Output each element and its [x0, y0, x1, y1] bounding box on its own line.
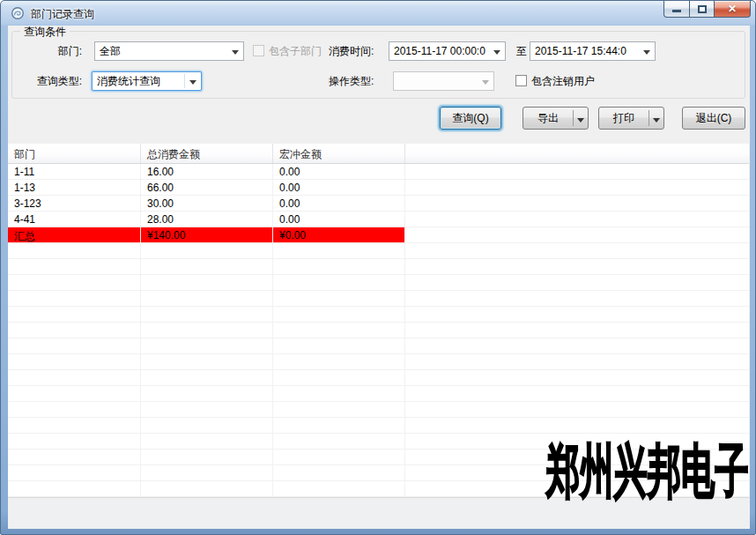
table-cell: 3-123	[8, 196, 141, 211]
table-cell: 0.00	[273, 180, 405, 195]
table-cell	[405, 338, 749, 353]
table-cell	[405, 418, 749, 433]
table-cell	[8, 434, 141, 449]
table-cell	[8, 418, 141, 433]
table-cell	[273, 338, 405, 353]
column-header[interactable]: 宏冲金额	[273, 144, 405, 163]
window-title: 部门记录查询	[31, 7, 94, 22]
table-cell	[273, 243, 405, 258]
table-cell	[141, 243, 273, 258]
app-window: 部门记录查询 ✕ 查询条件 部门: 全部 包含子部门 消费时间: 2015-11…	[0, 0, 756, 535]
print-button[interactable]: 打印	[598, 107, 664, 130]
table-cell	[141, 465, 273, 480]
close-icon: ✕	[728, 4, 737, 14]
department-select[interactable]: 全部	[94, 41, 244, 61]
op-type-label: 操作类型:	[329, 71, 374, 91]
table-cell	[405, 227, 749, 242]
table-cell	[8, 354, 141, 369]
column-header[interactable]: 总消费金额	[141, 144, 273, 163]
chevron-down-icon	[482, 80, 489, 85]
table-cell	[273, 307, 405, 322]
table-cell	[141, 434, 273, 449]
op-type-select[interactable]	[393, 71, 494, 91]
include-subdept-checkbox[interactable]	[253, 45, 264, 56]
table-header: 部门总消费金额宏冲金额	[8, 144, 749, 164]
query-type-select[interactable]: 消费统计查询	[92, 71, 202, 91]
table-cell: 30.00	[141, 196, 273, 211]
exit-button-label: 退出(C)	[696, 111, 732, 126]
time-to-select[interactable]: 2015-11-17 15:44:0	[530, 41, 656, 61]
column-header[interactable]: 部门	[8, 144, 141, 163]
table-cell	[273, 465, 405, 480]
export-button[interactable]: 导出	[523, 107, 589, 130]
table-empty-row	[8, 354, 749, 370]
column-header[interactable]	[405, 144, 749, 163]
table-cell: 16.00	[141, 164, 273, 179]
table-row[interactable]: 1-1116.000.00	[8, 164, 749, 180]
table-cell	[273, 434, 405, 449]
query-button[interactable]: 查询(Q)	[440, 107, 501, 130]
print-button-label: 打印	[599, 108, 649, 129]
summary-row[interactable]: 汇总¥140.00¥0.00	[8, 227, 749, 243]
table-empty-row	[8, 259, 749, 275]
time-from-value: 2015-11-17 00:00:0	[394, 42, 487, 60]
table-cell	[141, 307, 273, 322]
table-cell	[8, 323, 141, 338]
minimize-button[interactable]	[663, 1, 690, 18]
query-type-value: 消费统计查询	[97, 72, 183, 90]
table-empty-row	[8, 275, 749, 291]
table-cell	[405, 212, 749, 227]
table-cell	[405, 354, 749, 369]
table-cell	[8, 481, 141, 496]
table-cell	[405, 259, 749, 274]
table-cell: 0.00	[273, 212, 405, 227]
table-cell	[405, 243, 749, 258]
table-empty-row	[8, 402, 749, 418]
chevron-down-icon	[189, 80, 196, 85]
table-cell	[141, 418, 273, 433]
vendor-watermark: 郑州兴邦电子	[546, 442, 749, 501]
export-dropdown-arrow[interactable]	[574, 115, 588, 123]
table-cell	[405, 386, 749, 401]
table-cell	[141, 259, 273, 274]
close-button[interactable]: ✕	[715, 1, 751, 18]
table-empty-row	[8, 386, 749, 402]
table-row[interactable]: 1-1366.000.00	[8, 180, 749, 196]
table-cell	[273, 370, 405, 385]
table-cell	[273, 418, 405, 433]
table-cell	[141, 323, 273, 338]
department-label: 部门:	[33, 41, 82, 61]
exit-button[interactable]: 退出(C)	[682, 107, 745, 130]
query-type-label: 查询类型:	[24, 71, 82, 91]
table-row[interactable]: 3-12330.000.00	[8, 196, 749, 212]
table-cell	[8, 338, 141, 353]
time-from-select[interactable]: 2015-11-17 00:00:0	[389, 41, 506, 61]
include-subdept-label: 包含子部门	[269, 41, 322, 61]
table-cell: 0.00	[273, 164, 405, 179]
maximize-button[interactable]	[690, 1, 715, 18]
table-cell	[273, 354, 405, 369]
consume-time-label: 消费时间:	[329, 41, 374, 61]
table-cell	[8, 465, 141, 480]
table-cell	[405, 275, 749, 290]
table-cell	[141, 291, 273, 306]
table-cell	[141, 338, 273, 353]
table-cell	[8, 370, 141, 385]
table-row[interactable]: 4-4128.000.00	[8, 212, 749, 227]
table-cell	[8, 307, 141, 322]
combo-separator	[184, 74, 185, 88]
print-dropdown-arrow[interactable]	[649, 115, 663, 123]
table-cell	[273, 481, 405, 496]
table-cell	[8, 450, 141, 464]
table-empty-row	[8, 243, 749, 259]
table-cell: ¥0.00	[273, 227, 405, 242]
title-bar[interactable]: 部门记录查询 ✕	[1, 1, 755, 26]
table-cell	[141, 402, 273, 417]
client-area: 查询条件 部门: 全部 包含子部门 消费时间: 2015-11-17 00:00…	[8, 26, 750, 529]
table-cell	[8, 291, 141, 306]
table-empty-row	[8, 291, 749, 307]
include-cancelled-checkbox[interactable]	[515, 75, 527, 86]
table-empty-row	[8, 418, 749, 434]
chevron-down-icon	[653, 118, 660, 123]
table-cell	[8, 275, 141, 290]
